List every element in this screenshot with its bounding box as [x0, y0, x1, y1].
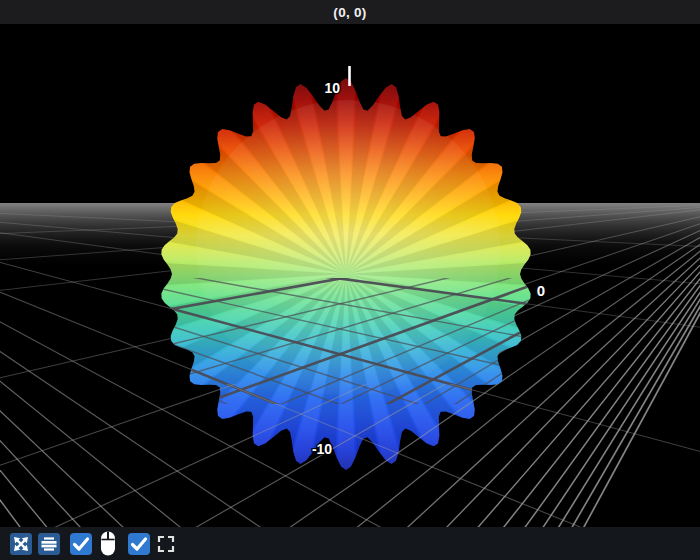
app-window: (0, 0)	[0, 0, 700, 560]
mouse-rotate-checkbox[interactable]	[70, 533, 92, 555]
fullscreen-icon[interactable]	[156, 534, 176, 554]
coordinate-readout: (0, 0)	[333, 5, 366, 20]
z-axis-label-bottom: -10	[312, 441, 332, 457]
align-center-icon	[38, 533, 60, 555]
mouse-icon	[98, 530, 118, 557]
surface-plot-canvas[interactable]: 10 -10 0	[0, 24, 700, 527]
plot-viewport[interactable]: 10 -10 0	[0, 24, 700, 527]
axis-label-zero: 0	[537, 282, 545, 299]
checkmark-icon	[70, 533, 92, 555]
pan-button[interactable]	[10, 533, 32, 555]
z-axis-label-top: 10	[324, 80, 340, 96]
title-bar: (0, 0)	[0, 0, 700, 24]
secondary-checkbox[interactable]	[128, 533, 150, 555]
checkmark-icon	[128, 533, 150, 555]
move-arrows-icon	[10, 533, 32, 555]
bottom-toolbar	[0, 527, 700, 560]
align-center-button[interactable]	[38, 533, 60, 555]
